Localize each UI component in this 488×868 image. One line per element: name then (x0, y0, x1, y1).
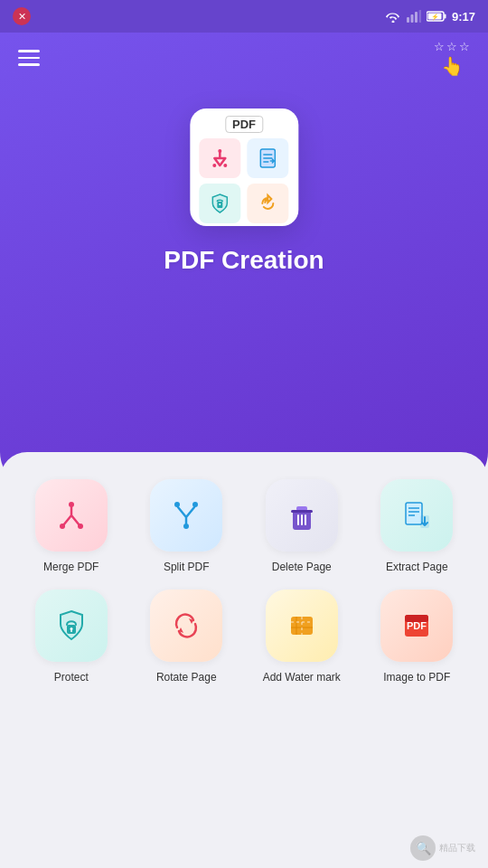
page-title: PDF Creation (164, 246, 324, 275)
protect-label: Protect (54, 671, 89, 685)
signal-icon (407, 10, 421, 23)
svg-point-16 (219, 203, 221, 205)
svg-point-35 (70, 627, 72, 630)
add-watermark-label: Add Water mark (263, 671, 341, 685)
image-to-pdf-icon: PDF (399, 608, 435, 644)
tool-extract-page[interactable]: Extract Page (364, 479, 471, 575)
star-row: ☆ ☆ ☆ (434, 40, 470, 53)
svg-rect-44 (405, 615, 428, 622)
status-time: 9:17 (452, 10, 475, 24)
svg-point-8 (218, 149, 221, 153)
svg-point-22 (192, 502, 198, 507)
watermark: 🔍 精品下载 (410, 835, 475, 861)
extract-page-label: Extract Page (386, 561, 448, 575)
status-bar-right: ⚡ 9:17 (385, 10, 475, 24)
close-icon: ✕ (13, 7, 31, 25)
rotate-page-icon (168, 608, 204, 644)
tools-grid: Merge PDF Split PDF (18, 479, 470, 684)
grid-protect-icon (199, 184, 240, 223)
split-pdf-icon-wrapper (150, 479, 222, 552)
tool-merge-pdf[interactable]: Merge PDF (18, 479, 125, 575)
grid-rotate-icon (247, 184, 288, 223)
nav-bar: ☆ ☆ ☆ 👆 (0, 33, 488, 83)
star-2: ☆ (446, 40, 457, 53)
pdf-card: PDF (190, 108, 298, 226)
rotate-page-icon-wrapper (150, 590, 222, 662)
pdf-card-wrapper: PDF (164, 108, 324, 275)
star-1: ☆ (434, 40, 445, 53)
main-content: Merge PDF Split PDF (0, 452, 488, 868)
delete-page-icon-wrapper (266, 479, 338, 552)
delete-page-label: Delete Page (272, 561, 332, 575)
hamburger-menu[interactable] (18, 50, 40, 66)
rate-button[interactable]: ☆ ☆ ☆ 👆 (434, 40, 470, 77)
rotate-page-label: Rotate Page (156, 671, 217, 685)
protect-icon-wrapper (35, 590, 108, 662)
grid-merge-icon (199, 138, 240, 178)
svg-point-10 (223, 164, 227, 167)
tool-protect[interactable]: Protect (18, 590, 125, 685)
svg-text:⚡: ⚡ (431, 13, 439, 21)
image-to-pdf-icon-wrapper: PDF (380, 590, 453, 662)
svg-point-9 (212, 164, 216, 167)
delete-page-icon (284, 497, 320, 533)
tool-image-to-pdf[interactable]: PDF Image to PDF (364, 590, 471, 685)
watermark-logo: 🔍 (410, 835, 436, 861)
tool-split-pdf[interactable]: Split PDF (134, 479, 240, 575)
battery-icon: ⚡ (427, 10, 446, 23)
watermark-text: 精品下载 (439, 842, 475, 854)
svg-rect-3 (418, 10, 421, 23)
grid-extract-icon (247, 138, 288, 178)
protect-icon (53, 608, 89, 644)
split-pdf-label: Split PDF (164, 561, 210, 575)
svg-rect-25 (291, 510, 313, 513)
tool-delete-page[interactable]: Delete Page (249, 479, 355, 575)
image-to-pdf-label: Image to PDF (383, 671, 450, 685)
merge-pdf-label: Merge PDF (43, 561, 99, 575)
wifi-icon (385, 10, 401, 23)
add-watermark-icon (284, 608, 320, 644)
status-bar-left: ✕ (13, 7, 31, 25)
merge-pdf-icon-wrapper (35, 479, 108, 552)
star-3: ☆ (459, 40, 470, 53)
merge-pdf-icon (53, 497, 89, 533)
extract-page-icon-wrapper (380, 479, 453, 552)
add-watermark-icon-wrapper (266, 590, 338, 662)
pdf-label: PDF (225, 116, 263, 133)
svg-rect-1 (410, 14, 413, 23)
svg-point-21 (174, 502, 180, 507)
split-pdf-icon (168, 497, 204, 533)
svg-rect-29 (406, 503, 422, 524)
tool-add-watermark[interactable]: Add Water mark (249, 590, 355, 685)
svg-rect-6 (444, 14, 446, 19)
tool-rotate-page[interactable]: Rotate Page (134, 590, 240, 685)
status-bar: ✕ ⚡ 9:17 (0, 0, 488, 33)
svg-rect-0 (407, 17, 409, 23)
pdf-icon-grid (199, 138, 289, 223)
svg-rect-2 (415, 12, 418, 23)
hand-icon: 👆 (441, 55, 464, 77)
extract-page-icon (399, 497, 435, 533)
